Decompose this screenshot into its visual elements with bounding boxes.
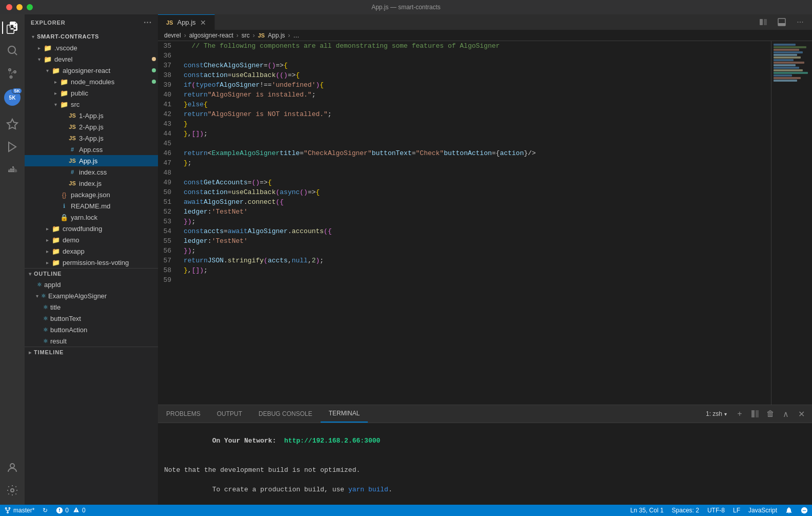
outline-item-result[interactable]: ⚛ result bbox=[29, 335, 158, 347]
sidebar-item-dexapp[interactable]: ▸ 📁 dexapp bbox=[25, 245, 158, 257]
breadcrumb-js-icon: JS bbox=[258, 32, 265, 39]
account-activity-icon[interactable] bbox=[2, 457, 23, 478]
source-control-activity-icon[interactable] bbox=[2, 63, 23, 83]
code-editor[interactable]: 35 36 37 38 39 40 41 42 43 44 45 46 47 4… bbox=[158, 41, 812, 405]
maximize-button[interactable] bbox=[27, 4, 33, 10]
status-line-ending[interactable]: LF bbox=[729, 505, 744, 516]
explorer-activity-icon[interactable] bbox=[2, 17, 23, 38]
extensions-activity-icon[interactable] bbox=[2, 114, 23, 135]
sidebar-item-readme[interactable]: ℹ README.md bbox=[25, 200, 158, 212]
sidebar-item-demo[interactable]: ▸ 📁 demo bbox=[25, 234, 158, 245]
sidebar-actions[interactable]: ··· bbox=[144, 18, 152, 27]
sidebar: EXPLORER ··· ▾ SMART-CONTRACTS ▸ 📁 .vsco… bbox=[25, 14, 158, 505]
sidebar-item-src[interactable]: ▾ 📁 src bbox=[25, 99, 158, 110]
sidebar-item-algosigner-react[interactable]: ▾ 📁 algosigner-react bbox=[25, 65, 158, 76]
settings-activity-icon[interactable] bbox=[2, 480, 23, 501]
search-activity-icon[interactable] bbox=[2, 40, 23, 61]
panel-maximize-button[interactable]: ∧ bbox=[779, 407, 793, 421]
sidebar-item-package-json[interactable]: {} package.json bbox=[25, 189, 158, 200]
lock-file-icon: 🔒 bbox=[60, 214, 69, 221]
chevron-down-icon: ▾ bbox=[724, 411, 727, 417]
status-language[interactable]: JavaScript bbox=[744, 505, 781, 516]
react-icon: ⚛ bbox=[43, 315, 48, 322]
tab-app-js[interactable]: JS App.js ✕ bbox=[158, 14, 215, 30]
panel-actions: 1: zsh ▾ + 🗑 ∧ ✕ bbox=[702, 405, 812, 423]
outline-item-buttonaction[interactable]: ⚛ buttonAction bbox=[29, 324, 158, 335]
panel-close-button[interactable]: ✕ bbox=[795, 407, 808, 421]
tabs-bar: JS App.js ✕ ··· bbox=[158, 14, 812, 30]
panel-tab-terminal[interactable]: TERMINAL bbox=[321, 405, 368, 423]
sidebar-item-permission-less[interactable]: ▸ 📁 permission-less-voting bbox=[25, 257, 158, 268]
terminal-panel: PROBLEMS OUTPUT DEBUG CONSOLE TERMINAL 1… bbox=[158, 405, 812, 505]
outline-header[interactable]: ▾ OUTLINE bbox=[25, 269, 158, 279]
react-icon: ⚛ bbox=[43, 304, 48, 311]
sidebar-item-index-js[interactable]: JS index.js bbox=[25, 178, 158, 189]
timeline-header[interactable]: ▸ TIMELINE bbox=[25, 347, 158, 357]
status-sync[interactable]: ↻ bbox=[38, 505, 52, 516]
split-editor-icon[interactable] bbox=[756, 14, 771, 30]
avatar[interactable]: 5K 5K bbox=[4, 89, 21, 106]
close-button[interactable] bbox=[6, 4, 12, 10]
kill-terminal-button[interactable]: 🗑 bbox=[764, 407, 777, 421]
sidebar-item-3-app-js[interactable]: JS 3-App.js bbox=[25, 132, 158, 144]
sidebar-item-2-app-js[interactable]: JS 2-App.js bbox=[25, 121, 158, 132]
tree-root[interactable]: ▾ SMART-CONTRACTS bbox=[25, 31, 158, 42]
breadcrumb-more[interactable]: … bbox=[293, 32, 300, 39]
sidebar-item-app-js[interactable]: JS App.js bbox=[25, 155, 158, 166]
panel-tab-debug-console[interactable]: DEBUG CONSOLE bbox=[250, 405, 321, 423]
new-terminal-button[interactable]: + bbox=[733, 407, 746, 421]
outline-item-appid[interactable]: ⚛ appId bbox=[29, 279, 158, 290]
status-errors[interactable]: 0 0 bbox=[52, 505, 89, 516]
sidebar-item-crowdfunding[interactable]: ▸ 📁 crowdfunding bbox=[25, 223, 158, 234]
status-feedback[interactable] bbox=[797, 505, 812, 516]
outline-item-title[interactable]: ⚛ title bbox=[29, 301, 158, 313]
folder-icon: 📁 bbox=[51, 236, 61, 244]
code-line-45 bbox=[184, 139, 740, 148]
window-controls[interactable] bbox=[6, 4, 33, 10]
breadcrumb-algosigner-react[interactable]: algosigner-react bbox=[189, 32, 233, 39]
sidebar-item-index-css[interactable]: # index.css bbox=[25, 166, 158, 178]
code-line-40: return "AlgoSigner is installed."; bbox=[184, 90, 740, 100]
more-actions-icon[interactable]: ··· bbox=[793, 14, 808, 30]
status-encoding[interactable]: UTF-8 bbox=[703, 505, 729, 516]
sidebar-item-1-app-js[interactable]: JS 1-App.js bbox=[25, 110, 158, 121]
tabs-container: JS App.js ✕ bbox=[158, 14, 751, 30]
terminal-line-4: To create a production build, use yarn b… bbox=[164, 475, 806, 504]
panel-tab-output[interactable]: OUTPUT bbox=[209, 405, 250, 423]
status-notifications[interactable] bbox=[781, 505, 797, 516]
terminal-shell-selector[interactable]: 1: zsh ▾ bbox=[702, 410, 731, 417]
sidebar-item-yarn-lock[interactable]: 🔒 yarn.lock bbox=[25, 212, 158, 223]
breadcrumb-app-js[interactable]: App.js bbox=[268, 32, 285, 39]
sidebar-item-app-css[interactable]: # App.css bbox=[25, 144, 158, 155]
breadcrumb-src[interactable]: src bbox=[242, 32, 250, 39]
terminal-content[interactable]: On Your Network: http://192.168.2.66:300… bbox=[158, 423, 812, 505]
run-icon[interactable] bbox=[2, 137, 23, 157]
breadcrumb-devrel[interactable]: devrel bbox=[164, 32, 181, 39]
sidebar-more-icon[interactable]: ··· bbox=[144, 18, 152, 27]
panel-tab-problems[interactable]: PROBLEMS bbox=[158, 405, 209, 423]
sidebar-item-devrel[interactable]: ▾ 📁 devrel bbox=[25, 53, 158, 65]
docker-activity-icon[interactable] bbox=[2, 159, 23, 180]
outline-item-example-algosigner[interactable]: ▾ ⚛ ExampleAlgoSigner bbox=[29, 290, 158, 301]
modified-dot bbox=[152, 57, 156, 61]
tab-close-button[interactable]: ✕ bbox=[200, 19, 206, 26]
svg-rect-17 bbox=[756, 410, 759, 417]
outline-item-buttontext[interactable]: ⚛ buttonText bbox=[29, 313, 158, 324]
sidebar-item-vscode[interactable]: ▸ 📁 .vscode bbox=[25, 42, 158, 53]
svg-point-10 bbox=[10, 464, 14, 468]
code-content[interactable]: // The following components are all demo… bbox=[184, 41, 771, 405]
svg-rect-16 bbox=[751, 410, 755, 417]
status-branch[interactable]: master* bbox=[0, 505, 38, 516]
minimize-button[interactable] bbox=[16, 4, 23, 10]
run-debug-activity-icon[interactable]: 5K 5K bbox=[2, 87, 23, 108]
status-position[interactable]: Ln 35, Col 1 bbox=[626, 505, 668, 516]
code-line-55: ledger: 'TestNet' bbox=[184, 236, 740, 246]
sidebar-item-public[interactable]: ▸ 📁 public bbox=[25, 87, 158, 99]
toggle-panel-icon[interactable] bbox=[774, 14, 789, 30]
terminal-shell-label: 1: zsh bbox=[706, 410, 722, 417]
status-spaces[interactable]: Spaces: 2 bbox=[668, 505, 703, 516]
tree-arrow-root: ▾ bbox=[29, 34, 37, 40]
split-terminal-button[interactable] bbox=[748, 407, 762, 421]
terminal-line-3: Note that the development build is not o… bbox=[164, 465, 806, 475]
sidebar-item-node-modules[interactable]: ▸ 📁 node_modules bbox=[25, 76, 158, 87]
